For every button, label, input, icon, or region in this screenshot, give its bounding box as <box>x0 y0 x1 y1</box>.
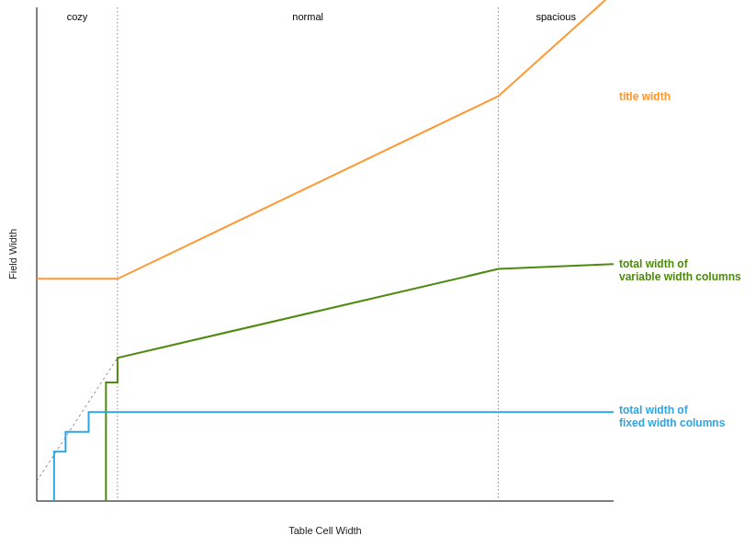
region-label-spacious: spacious <box>536 11 576 22</box>
series-line <box>54 412 614 501</box>
series-line <box>37 0 614 279</box>
legend-fixed-cols: total width of <box>619 404 689 416</box>
x-axis-label: Table Cell Width <box>288 525 361 536</box>
legend-variable-cols-2: variable width columns <box>619 270 741 283</box>
legend-title-width: title width <box>619 90 671 103</box>
chart-svg: cozynormalspacioustitle widthtotal width… <box>0 0 756 547</box>
region-label-normal: normal <box>292 11 323 22</box>
y-axis-label: Field Width <box>7 229 18 279</box>
legend-fixed-cols-2: fixed width columns <box>619 416 726 429</box>
chart-figure: { "chart_data": { "type": "line", "xlabe… <box>0 0 756 547</box>
region-label-cozy: cozy <box>67 11 88 22</box>
series-line <box>106 264 614 501</box>
legend-variable-cols: total width of <box>619 257 689 270</box>
